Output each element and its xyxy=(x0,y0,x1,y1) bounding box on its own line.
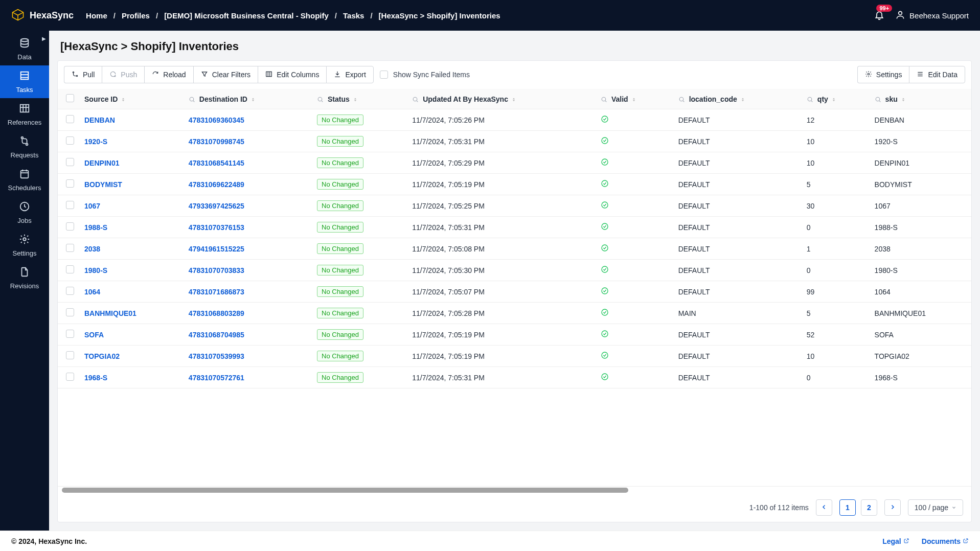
sidenav-item-settings[interactable]: Settings xyxy=(0,229,49,262)
column-header-destination_id[interactable]: Destination ID xyxy=(183,89,311,109)
breadcrumb-item[interactable]: Profiles xyxy=(122,11,150,20)
svg-point-40 xyxy=(808,97,812,101)
column-header-sku[interactable]: sku xyxy=(869,89,971,109)
checkbox-icon xyxy=(380,71,388,79)
row-select[interactable] xyxy=(58,217,78,238)
column-header-updated_at[interactable]: Updated At By HexaSync xyxy=(406,89,595,109)
cell-source-id[interactable]: BANHMIQUE01 xyxy=(78,303,183,324)
user-menu[interactable]: Beehexa Support xyxy=(895,10,969,21)
row-select[interactable] xyxy=(58,109,78,131)
horizontal-scrollbar[interactable] xyxy=(58,486,971,493)
search-icon xyxy=(678,96,685,103)
data-table-scroll[interactable]: Source IDDestination IDStatusUpdated At … xyxy=(58,89,971,486)
column-header-location_code[interactable]: location_code xyxy=(672,89,801,109)
pagination-next[interactable] xyxy=(884,499,901,516)
push-button[interactable]: Push xyxy=(102,66,144,83)
clear-filters-button[interactable]: Clear Filters xyxy=(193,66,258,83)
cell-destination-id[interactable]: 47831071686873 xyxy=(183,281,311,303)
sidenav-item-revisions[interactable]: Revisions xyxy=(0,262,49,294)
cell-source-id[interactable]: 1968-S xyxy=(78,367,183,388)
row-select[interactable] xyxy=(58,260,78,281)
cell-source-id[interactable]: DENPIN01 xyxy=(78,152,183,174)
external-link-icon xyxy=(903,537,909,545)
cell-source-id[interactable]: SOFA xyxy=(78,324,183,346)
sidenav-item-label: References xyxy=(8,119,41,126)
edit-data-button[interactable]: Edit Data xyxy=(909,66,965,83)
edit-columns-label: Edit Columns xyxy=(277,71,319,79)
page-size-select[interactable]: 100 / page xyxy=(908,499,963,516)
column-header-status[interactable]: Status xyxy=(311,89,406,109)
row-select[interactable] xyxy=(58,346,78,367)
pull-button[interactable]: Pull xyxy=(64,66,102,83)
cell-destination-id[interactable]: 47831069622489 xyxy=(183,174,311,195)
sidenav-item-data[interactable]: Data▶ xyxy=(0,33,49,65)
check-circle-icon xyxy=(601,181,609,189)
cell-source-id[interactable]: BODYMIST xyxy=(78,174,183,195)
cell-destination-id[interactable]: 47831068803289 xyxy=(183,303,311,324)
cell-destination-id[interactable]: 47933697425625 xyxy=(183,195,311,217)
cell-destination-id[interactable]: 47831070703833 xyxy=(183,260,311,281)
svg-line-43 xyxy=(879,101,880,102)
sidenav-item-schedulers[interactable]: Schedulers xyxy=(0,164,49,196)
cell-destination-id[interactable]: 47941961515225 xyxy=(183,238,311,260)
footer-documents-link[interactable]: Documents xyxy=(922,537,969,545)
cell-valid xyxy=(595,131,672,152)
export-button[interactable]: Export xyxy=(326,66,373,83)
sidenav-item-tasks[interactable]: Tasks xyxy=(0,65,49,98)
cell-qty: 10 xyxy=(801,346,869,367)
row-select[interactable] xyxy=(58,238,78,260)
breadcrumb-item[interactable]: [DEMO] Microsoft Business Central - Shop… xyxy=(164,11,329,20)
cell-status: No Changed xyxy=(311,260,406,281)
logo[interactable]: HexaSync xyxy=(11,8,74,23)
cell-source-id[interactable]: 2038 xyxy=(78,238,183,260)
column-header-source_id[interactable]: Source ID xyxy=(78,89,183,109)
pagination-page-1[interactable]: 1 xyxy=(839,499,856,516)
row-select[interactable] xyxy=(58,281,78,303)
cell-destination-id[interactable]: 47831068704985 xyxy=(183,324,311,346)
gear-icon xyxy=(865,71,872,79)
row-select[interactable] xyxy=(58,367,78,388)
cell-source-id[interactable]: DENBAN xyxy=(78,109,183,131)
row-select[interactable] xyxy=(58,152,78,174)
breadcrumb-item[interactable]: [HexaSync > Shopify] Inventories xyxy=(379,11,500,20)
row-select[interactable] xyxy=(58,174,78,195)
row-select[interactable] xyxy=(58,131,78,152)
edit-columns-button[interactable]: Edit Columns xyxy=(258,66,326,83)
sidenav-item-requests[interactable]: Requests xyxy=(0,131,49,164)
checkbox-icon xyxy=(66,222,74,231)
cell-source-id[interactable]: 1988-S xyxy=(78,217,183,238)
cell-source-id[interactable]: 1064 xyxy=(78,281,183,303)
footer-legal-link[interactable]: Legal xyxy=(882,537,909,545)
column-header-qty[interactable]: qty xyxy=(801,89,869,109)
notifications-button[interactable]: 99+ xyxy=(873,9,886,22)
cell-destination-id[interactable]: 47831070572761 xyxy=(183,367,311,388)
column-header-valid[interactable]: Valid xyxy=(595,89,672,109)
cell-destination-id[interactable]: 47831069360345 xyxy=(183,109,311,131)
svg-point-36 xyxy=(602,97,606,101)
cell-destination-id[interactable]: 47831070998745 xyxy=(183,131,311,152)
content-panel: Pull Push Reload Clear Filters xyxy=(57,60,972,522)
sidenav-item-references[interactable]: References xyxy=(0,98,49,131)
check-circle-icon xyxy=(601,374,609,382)
pagination-page-2[interactable]: 2 xyxy=(861,499,877,516)
settings-button[interactable]: Settings xyxy=(857,66,909,83)
sidenav-item-jobs[interactable]: Jobs xyxy=(0,196,49,229)
breadcrumb-item[interactable]: Tasks xyxy=(343,11,364,20)
cell-source-id[interactable]: 1920-S xyxy=(78,131,183,152)
row-select[interactable] xyxy=(58,195,78,217)
cell-source-id[interactable]: 1067 xyxy=(78,195,183,217)
checkbox-icon xyxy=(66,287,74,295)
cell-destination-id[interactable]: 47831070539993 xyxy=(183,346,311,367)
breadcrumb-item[interactable]: Home xyxy=(86,11,107,20)
pagination-prev[interactable] xyxy=(816,499,832,516)
cell-destination-id[interactable]: 47831068541145 xyxy=(183,152,311,174)
cell-updated-at: 11/7/2024, 7:05:19 PM xyxy=(406,174,595,195)
cell-destination-id[interactable]: 47831070376153 xyxy=(183,217,311,238)
reload-button[interactable]: Reload xyxy=(144,66,193,83)
cell-source-id[interactable]: TOPGIA02 xyxy=(78,346,183,367)
show-sync-failed-toggle[interactable]: Show Sync Failed Items xyxy=(380,71,470,79)
cell-source-id[interactable]: 1980-S xyxy=(78,260,183,281)
row-select[interactable] xyxy=(58,324,78,346)
column-select-all[interactable] xyxy=(58,89,78,109)
row-select[interactable] xyxy=(58,303,78,324)
